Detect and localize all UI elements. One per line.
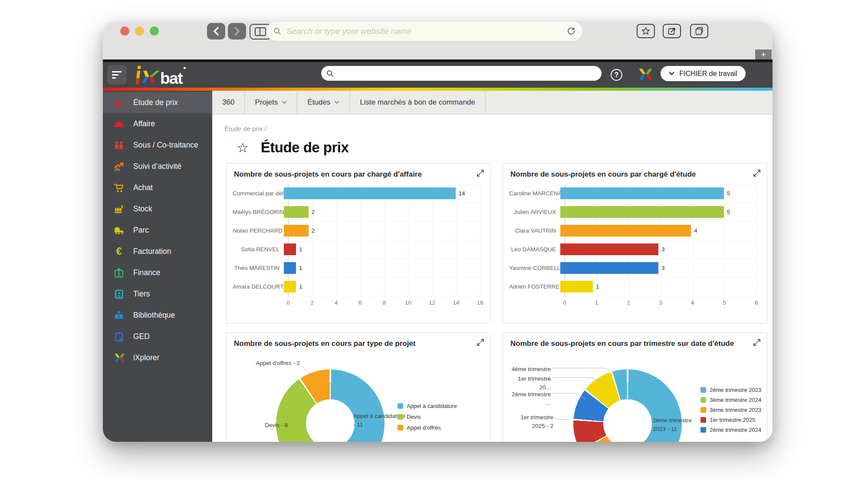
sidebar-item-sous-co-traitance[interactable]: Sous / Co-traitance bbox=[103, 135, 212, 156]
legend-item[interactable]: 3ème trimestre 2024 bbox=[700, 397, 761, 403]
ixbat-logo[interactable]: bat bbox=[133, 64, 186, 85]
sidebar-item--tude-de-prix[interactable]: Étude de prix bbox=[103, 92, 212, 113]
sidebar-item-ixplorer[interactable]: iXplorer bbox=[103, 347, 212, 368]
donut-label: Devis - 8 bbox=[265, 421, 288, 430]
sidebar-item-achat[interactable]: Achat bbox=[103, 177, 212, 198]
x-tick-label: 5 bbox=[723, 299, 727, 306]
x-tick-label: 10 bbox=[405, 299, 411, 306]
bar[interactable] bbox=[560, 281, 593, 293]
sidebar-item-label: Facturation bbox=[133, 247, 171, 256]
tab-360[interactable]: 360 bbox=[212, 91, 245, 114]
bar[interactable] bbox=[560, 206, 724, 218]
sidebar-item-label: Suivi d’activité bbox=[133, 162, 181, 171]
browser-search-bar[interactable] bbox=[266, 22, 582, 41]
bookmark-button[interactable] bbox=[637, 24, 655, 38]
legend-item[interactable]: 2ème trimestre 2023 bbox=[700, 387, 761, 393]
bar[interactable] bbox=[284, 225, 309, 237]
tab-projets[interactable]: Projets bbox=[245, 91, 297, 114]
sidebar-item-facturation[interactable]: €Facturation bbox=[103, 241, 212, 262]
bar[interactable] bbox=[560, 187, 724, 199]
help-button[interactable]: ? bbox=[611, 69, 622, 81]
bar-chart: Commercial par défaut14Maëlys BRÉGORIN2N… bbox=[233, 184, 480, 308]
donut-hole bbox=[306, 399, 355, 442]
legend-item[interactable]: Appel à candidature bbox=[398, 403, 457, 409]
bar-row: Yasmine CORBELLE3 bbox=[509, 259, 756, 277]
legend-item[interactable]: Devis bbox=[398, 414, 457, 420]
zoom-window-button[interactable] bbox=[150, 26, 159, 36]
donut-label: 2ème trimestre 2023 - 11 bbox=[653, 416, 705, 433]
sidebar-item-label: Étude de prix bbox=[133, 98, 178, 107]
x-tick-label: 4 bbox=[335, 299, 338, 306]
bar-value-label: 2 bbox=[312, 227, 315, 234]
tab--tudes[interactable]: Études bbox=[297, 91, 350, 114]
window-controls bbox=[120, 26, 159, 36]
working-file-button[interactable]: FICHIER de travail bbox=[661, 66, 746, 81]
donut-chart[interactable] bbox=[276, 369, 385, 442]
favorite-star-icon[interactable]: ☆ bbox=[237, 141, 249, 155]
star-icon bbox=[641, 27, 650, 35]
bar[interactable] bbox=[284, 243, 296, 255]
chart-panel-charge-etude: Nombre de sous-projets en cours par char… bbox=[503, 163, 767, 324]
legend-item[interactable]: 2ème trimestre 2024 bbox=[700, 427, 761, 433]
legend-item[interactable]: 3ème trimestre 2023 bbox=[700, 407, 761, 413]
hard-hat-icon bbox=[113, 118, 125, 130]
bar[interactable] bbox=[284, 187, 456, 199]
category-label: Yasmine CORBELLE bbox=[509, 265, 560, 271]
legend-item[interactable]: 1er trimestre 2025 bbox=[700, 417, 761, 423]
people-icon bbox=[113, 140, 125, 151]
share-button[interactable] bbox=[663, 24, 681, 38]
expand-icon[interactable] bbox=[477, 339, 484, 346]
reload-icon[interactable] bbox=[567, 27, 575, 36]
expand-icon[interactable] bbox=[753, 169, 761, 177]
app-search-bar[interactable] bbox=[321, 66, 602, 81]
ix-logo-icon[interactable] bbox=[638, 68, 652, 82]
sidebar-item-label: Parc bbox=[133, 226, 149, 235]
bar[interactable] bbox=[284, 281, 296, 293]
dashboard-grid: Nombre de sous-projets en cours par char… bbox=[212, 156, 773, 442]
sidebar-item-biblioth-que[interactable]: Bibliothèque bbox=[103, 305, 212, 326]
brand-gradient-bar bbox=[103, 88, 773, 91]
category-label: Théo MARESTIN bbox=[233, 265, 284, 271]
legend-item[interactable]: Appel d'offres bbox=[398, 424, 457, 431]
sidebar-item-ged[interactable]: GED bbox=[103, 326, 212, 347]
breadcrumb: Étude de prix / bbox=[224, 125, 773, 132]
x-tick-label: 12 bbox=[429, 299, 435, 306]
bar-value-label: 3 bbox=[661, 265, 665, 271]
tab-liste-march-s-bon-de-commande[interactable]: Liste marchés à bon de commande bbox=[350, 91, 486, 114]
sidebar-item-parc[interactable]: Parc bbox=[103, 220, 212, 241]
minimize-window-button[interactable] bbox=[135, 26, 144, 36]
back-button[interactable] bbox=[207, 23, 225, 39]
bar-row: Adrien FOSTERRE1 bbox=[509, 277, 756, 296]
expand-icon[interactable] bbox=[477, 169, 484, 177]
category-label: Caroline MARCENAT bbox=[509, 190, 560, 197]
forward-button[interactable] bbox=[228, 23, 246, 39]
sidebar-item-stock[interactable]: Stock bbox=[103, 198, 212, 220]
close-window-button[interactable] bbox=[120, 26, 129, 36]
finance-icon: $ bbox=[113, 267, 125, 279]
bar-row: Nolan PERCHARD2 bbox=[233, 221, 480, 240]
app-search-input[interactable] bbox=[337, 69, 596, 78]
legend-label: Appel à candidature bbox=[407, 403, 457, 409]
x-tick-label: 4 bbox=[691, 299, 694, 306]
sidebar-item-suivi-d-activit-[interactable]: Suivi d’activité bbox=[103, 156, 212, 177]
clipboard-down-icon bbox=[113, 331, 125, 342]
bar[interactable] bbox=[560, 243, 658, 255]
sidebar-item-label: Tiers bbox=[133, 289, 150, 299]
sidebar-item-label: Achat bbox=[133, 183, 153, 192]
bar[interactable] bbox=[560, 225, 691, 237]
new-tab-button[interactable]: + bbox=[755, 49, 772, 59]
bar[interactable] bbox=[284, 262, 296, 274]
browser-search-input[interactable] bbox=[286, 26, 567, 36]
tab-overview-button[interactable] bbox=[690, 24, 708, 38]
sidebar-item-tiers[interactable]: Tiers bbox=[103, 283, 212, 305]
bar[interactable] bbox=[560, 262, 658, 274]
bar-row: Théo MARESTIN1 bbox=[233, 259, 480, 277]
tab-label: Liste marchés à bon de commande bbox=[360, 98, 475, 107]
expand-icon[interactable] bbox=[753, 339, 761, 346]
menu-button[interactable] bbox=[107, 65, 127, 85]
bar[interactable] bbox=[284, 206, 309, 218]
app-header: bat ? FICHIER de travail bbox=[103, 62, 773, 88]
sidebar-item-finance[interactable]: $Finance bbox=[103, 262, 212, 283]
sidebar-item-affaire[interactable]: Affaire bbox=[103, 113, 212, 135]
chart-title: Nombre de sous-projets en cours par type… bbox=[227, 333, 490, 348]
